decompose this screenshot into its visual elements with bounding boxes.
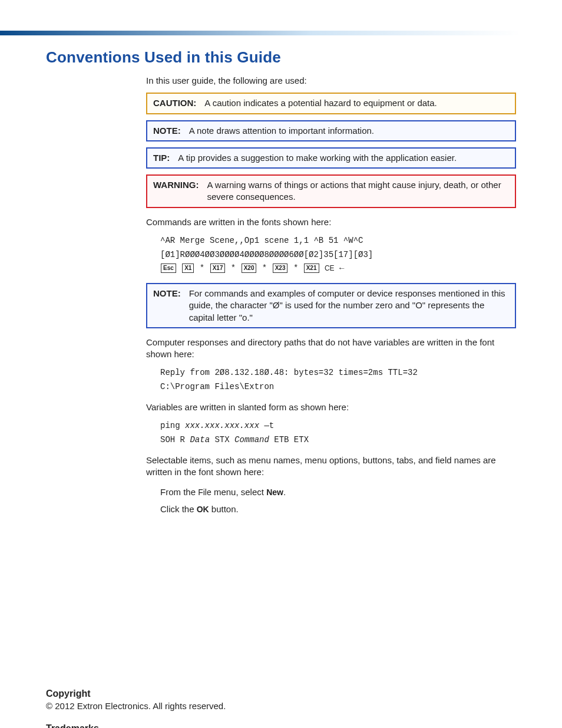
sel-line-1: From the File menu, select New. bbox=[160, 484, 516, 501]
caution-label: CAUTION: bbox=[153, 97, 196, 109]
response-line-1: Reply from 2Ø8.132.18Ø.48: bytes=32 time… bbox=[160, 366, 516, 380]
page-title: Conventions Used in this Guide bbox=[46, 48, 516, 67]
responses-intro: Computer responses and directory paths t… bbox=[146, 337, 516, 361]
sel-1c: menu, select bbox=[211, 487, 266, 497]
note2-label: NOTE: bbox=[153, 288, 181, 324]
sel-1b: File bbox=[198, 487, 211, 497]
intro-text: In this user guide, the following are us… bbox=[146, 75, 516, 87]
sel-1e: . bbox=[283, 487, 286, 497]
selectable-intro: Selectable items, such as menu names, me… bbox=[146, 454, 516, 479]
var-2a: SOH R bbox=[160, 435, 190, 444]
key-x20: X20 bbox=[242, 263, 257, 273]
note-box-2: NOTE: For commands and examples of compu… bbox=[146, 283, 516, 328]
sel-line-2: Click the OK button. bbox=[160, 501, 516, 518]
note-text: A note draws attention to important info… bbox=[189, 125, 509, 137]
note-box-1: NOTE: A note draws attention to importan… bbox=[146, 120, 516, 141]
key-x21: X21 bbox=[304, 263, 319, 273]
note-label: NOTE: bbox=[153, 125, 181, 137]
var-1c: —t bbox=[259, 421, 274, 430]
selectable-example: From the File menu, select New. Click th… bbox=[160, 484, 516, 518]
warning-label: WARNING: bbox=[153, 179, 199, 203]
key-ce: CE bbox=[325, 264, 335, 272]
var-1b: xxx.xxx.xxx.xxx bbox=[185, 421, 259, 430]
caution-box: CAUTION: A caution indicates a potential… bbox=[146, 93, 516, 114]
trademarks-heading: Trademarks bbox=[46, 723, 516, 728]
key-x17: X17 bbox=[210, 263, 226, 273]
note2-text: For commands and examples of computer or… bbox=[189, 288, 509, 324]
var-1a: ping bbox=[160, 421, 185, 430]
var-line-1: ping xxx.xxx.xxx.xxx —t bbox=[160, 419, 516, 433]
var-2d: Command bbox=[234, 435, 269, 444]
tip-box: TIP: A tip provides a suggestion to make… bbox=[146, 147, 516, 169]
commands-intro: Commands are written in the fonts shown … bbox=[146, 216, 516, 228]
tip-label: TIP: bbox=[153, 152, 170, 164]
var-2e: ETB ETX bbox=[269, 435, 309, 444]
key-esc: Esc bbox=[161, 263, 176, 273]
top-gradient-bar bbox=[0, 31, 520, 35]
warning-box: WARNING: A warning warns of things or ac… bbox=[146, 174, 516, 208]
sel-2c: button. bbox=[209, 504, 239, 514]
caution-text: A caution indicates a potential hazard t… bbox=[204, 97, 509, 109]
var-2c: STX bbox=[210, 435, 234, 444]
command-line-3: Esc X1 * X17 * X20 * X23 * X21 CE ← bbox=[160, 262, 516, 276]
key-x23: X23 bbox=[273, 263, 288, 273]
var-line-2: SOH R Data STX Command ETB ETX bbox=[160, 433, 516, 447]
command-line-2: [Ø1]RØØØ4ØØ3ØØØØ4ØØØØ8ØØØØ6ØØ[Ø2]35[17][… bbox=[160, 248, 516, 262]
variables-intro: Variables are written in slanted form as… bbox=[146, 401, 516, 413]
response-example: Reply from 2Ø8.132.18Ø.48: bytes=32 time… bbox=[160, 366, 516, 394]
copyright-text: © 2012 Extron Electronics. All rights re… bbox=[46, 700, 516, 712]
sel-2a: Click the bbox=[160, 504, 197, 514]
tip-text: A tip provides a suggestion to make work… bbox=[178, 152, 509, 164]
sel-2b: OK bbox=[197, 505, 209, 514]
response-line-2: C:\Program Files\Extron bbox=[160, 380, 516, 394]
sel-1d: New bbox=[266, 487, 283, 497]
var-2b: Data bbox=[190, 435, 210, 444]
warning-text: A warning warns of things or actions tha… bbox=[207, 179, 510, 203]
command-example: ^AR Merge Scene,,Op1 scene 1,1 ^B 51 ^W^… bbox=[160, 234, 516, 276]
key-x1: X1 bbox=[182, 263, 194, 273]
arrow-left-icon: ← bbox=[339, 263, 344, 273]
sel-1a: From the bbox=[160, 487, 198, 497]
copyright-heading: Copyright bbox=[46, 689, 516, 699]
variables-example: ping xxx.xxx.xxx.xxx —t SOH R Data STX C… bbox=[160, 419, 516, 447]
command-line-1: ^AR Merge Scene,,Op1 scene 1,1 ^B 51 ^W^… bbox=[160, 234, 516, 248]
page-content: Conventions Used in this Guide In this u… bbox=[0, 35, 562, 728]
